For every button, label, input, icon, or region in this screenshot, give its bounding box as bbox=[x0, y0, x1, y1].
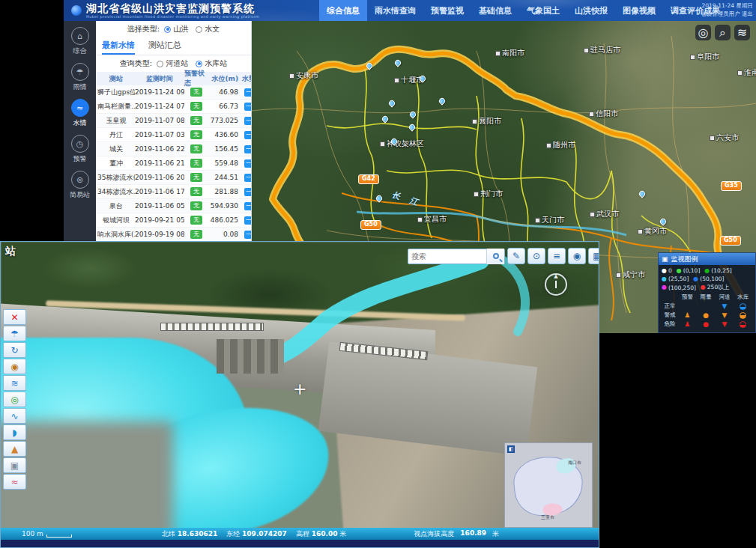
sidebar-icon-简易站: ⊚ bbox=[71, 171, 89, 189]
eye-button[interactable]: ◉ bbox=[568, 248, 586, 264]
city-label-随州市: 随州市 bbox=[546, 140, 575, 150]
cell-time: 2019-11-24 09 bbox=[135, 88, 184, 96]
legend-title: 监视图例 bbox=[671, 255, 698, 264]
view-alt-unit: 米 bbox=[492, 529, 499, 539]
nav-item-图像视频[interactable]: 图像视频 bbox=[615, 0, 663, 21]
table-row[interactable]: 泉台2019-11-06 05无594.930— bbox=[96, 199, 252, 213]
cycle-tool-button[interactable]: ↻ bbox=[3, 342, 26, 358]
table-row[interactable]: 城关2019-11-06 22无156.45— bbox=[96, 142, 252, 156]
table-row[interactable]: 34栋渗流水..2019-11-06 17无281.88— bbox=[96, 185, 252, 199]
tab-测站汇总[interactable]: 测站汇总 bbox=[148, 37, 181, 55]
road-badge-G50-3: G50 bbox=[720, 236, 741, 246]
col-header-0: 测站 bbox=[96, 74, 135, 84]
status-badge: 无 bbox=[190, 216, 202, 225]
image-button[interactable]: ▦ bbox=[588, 248, 599, 264]
ripple-tool-button[interactable]: ∿ bbox=[3, 408, 26, 424]
list-button[interactable]: ≡ bbox=[548, 248, 566, 264]
rain-level-item: ●(10,25] bbox=[704, 267, 731, 274]
chart-edit-button[interactable]: ✎ bbox=[507, 248, 525, 264]
layers-map-icon[interactable]: ≋ bbox=[734, 25, 750, 40]
type-radio-山洪[interactable]: 山洪 bbox=[164, 24, 188, 34]
query-radio-水库站[interactable]: 水库站 bbox=[196, 58, 227, 69]
search-map-icon[interactable]: ⌕ bbox=[715, 25, 731, 40]
flow-tool-button[interactable]: ▲ bbox=[3, 441, 26, 457]
cell-station: 狮子山gps位.. bbox=[96, 88, 135, 97]
table-row[interactable]: 丹江2019-11-07 03无436.60— bbox=[96, 128, 252, 142]
cell-station: 董冲 bbox=[96, 159, 135, 168]
sidebar-item-水情[interactable]: ≈水情 bbox=[71, 99, 89, 128]
city-label-神农架林区: 神农架林区 bbox=[380, 138, 424, 149]
wave-tool-button[interactable]: ≋ bbox=[3, 375, 26, 391]
dam-crest-bridge bbox=[160, 323, 264, 331]
alt-unit: 米 bbox=[339, 530, 346, 538]
table-row[interactable]: 响水洞水库(..2019-09-19 08无0.08— bbox=[96, 228, 252, 242]
nav-item-基础信息[interactable]: 基础信息 bbox=[471, 0, 519, 21]
viewer-3d-window[interactable]: 站 + ✕☂↻◉≋◎∿◗▲▣≈ ✎⊙≡◉▦♁↶ ◧ 海口 bbox=[0, 241, 599, 548]
nav-item-雨水情查询[interactable]: 雨水情查询 bbox=[367, 0, 423, 21]
legend-col-预警: 预警 bbox=[682, 293, 693, 301]
search-input[interactable] bbox=[408, 250, 486, 263]
sidebar-item-雨情[interactable]: ☂雨情 bbox=[71, 63, 89, 92]
search-button[interactable] bbox=[486, 249, 504, 264]
cell-status: 无 bbox=[184, 159, 208, 168]
radio-label-河道站: 河道站 bbox=[166, 58, 188, 69]
cell-level: 156.45 bbox=[208, 145, 240, 153]
compass[interactable] bbox=[545, 273, 567, 296]
overview-inset-map[interactable]: ◧ 海口市 三亚市 bbox=[504, 442, 593, 528]
query-radio-河道站[interactable]: 河道站 bbox=[157, 58, 188, 69]
viewer-close-button[interactable]: ✕ bbox=[3, 309, 26, 325]
reservoir-level-icon bbox=[740, 321, 746, 328]
frame-tool-button[interactable]: ▣ bbox=[3, 457, 26, 473]
cell-trend: — bbox=[240, 145, 252, 153]
rain-level-item: ●(0,10] bbox=[677, 267, 701, 274]
user-text[interactable]: 省级管理员用户 退出 bbox=[701, 10, 753, 18]
drop-tool-button[interactable]: ◗ bbox=[3, 424, 26, 440]
table-row[interactable]: 银城河坝2019-09-21 05无486.025— bbox=[96, 213, 252, 228]
app-subtitle: Hubei provincial mountain flood disaster… bbox=[86, 15, 259, 19]
sidebar-item-预警[interactable]: ◷预警 bbox=[71, 135, 89, 164]
cell-status: 无 bbox=[184, 130, 208, 139]
cell-time: 2019-11-06 20 bbox=[135, 174, 184, 181]
city-label-荆门市: 荆门市 bbox=[474, 189, 503, 199]
cell-trend: — bbox=[240, 188, 252, 196]
crosshair: + bbox=[293, 381, 306, 398]
table-row[interactable]: 35栋渗流水位2019-11-06 20无244.51— bbox=[96, 171, 252, 185]
section-tool-button[interactable]: ≈ bbox=[3, 474, 26, 490]
rain-level-label: (25,50] bbox=[668, 275, 689, 282]
rain-level-label: (100,250] bbox=[668, 284, 696, 291]
sidebar-label-综合: 综合 bbox=[73, 46, 87, 56]
radar-tool-button[interactable]: ◎ bbox=[3, 392, 26, 407]
table-row[interactable]: 狮子山gps位..2019-11-24 09无46.98—46.99 bbox=[96, 85, 252, 100]
cell-time: 2019-11-06 17 bbox=[135, 188, 184, 195]
legend-titlebar[interactable]: ▣ 监视图例 bbox=[659, 253, 755, 265]
city-label-武汉市: 武汉市 bbox=[590, 209, 619, 219]
tab-最新水情[interactable]: 最新水情 bbox=[102, 37, 135, 55]
trend-steady-icon: — bbox=[244, 117, 252, 125]
camera-button[interactable]: ⊙ bbox=[527, 248, 545, 264]
terrain-scene[interactable]: 站 + ✕☂↻◉≋◎∿◗▲▣≈ ✎⊙≡◉▦♁↶ ◧ 海口 bbox=[1, 242, 599, 528]
nav-item-气象国土[interactable]: 气象国土 bbox=[519, 0, 567, 21]
legend-row-危险: 危险 bbox=[665, 320, 676, 328]
lat-label: 北纬 bbox=[162, 530, 175, 538]
nav-item-山洪快报[interactable]: 山洪快报 bbox=[567, 0, 615, 21]
rain-tool-button[interactable]: ☂ bbox=[3, 326, 26, 341]
table-row[interactable]: 南马栏测量..2019-11-24 07无66.73— bbox=[96, 100, 252, 114]
cell-status: 无 bbox=[184, 102, 208, 111]
trend-steady-icon: — bbox=[244, 103, 252, 111]
date-text: 2019-11-24 星期日 bbox=[701, 1, 753, 10]
cell-status: 无 bbox=[184, 216, 208, 225]
type-radio-水文[interactable]: 水文 bbox=[196, 24, 220, 34]
table-row[interactable]: 董冲2019-11-06 21无559.48— bbox=[96, 156, 252, 171]
sidebar-item-简易站[interactable]: ⊚简易站 bbox=[70, 171, 90, 200]
sidebar-label-水情: 水情 bbox=[73, 118, 87, 128]
locate-map-icon[interactable]: ◎ bbox=[695, 25, 711, 40]
table-row[interactable]: 玉皇观2019-11-07 08无773.025— bbox=[96, 114, 252, 128]
cell-station: 城关 bbox=[96, 144, 135, 154]
alt-value: 160.00 bbox=[312, 530, 338, 538]
cell-trend: — bbox=[240, 117, 252, 125]
sidebar-item-综合[interactable]: ⌂综合 bbox=[71, 27, 89, 56]
nav-item-预警监视[interactable]: 预警监视 bbox=[423, 0, 471, 21]
cell-level: 281.88 bbox=[208, 188, 240, 195]
nav-item-综合信息[interactable]: 综合信息 bbox=[319, 0, 367, 21]
flood-tool-button[interactable]: ◉ bbox=[3, 359, 26, 374]
